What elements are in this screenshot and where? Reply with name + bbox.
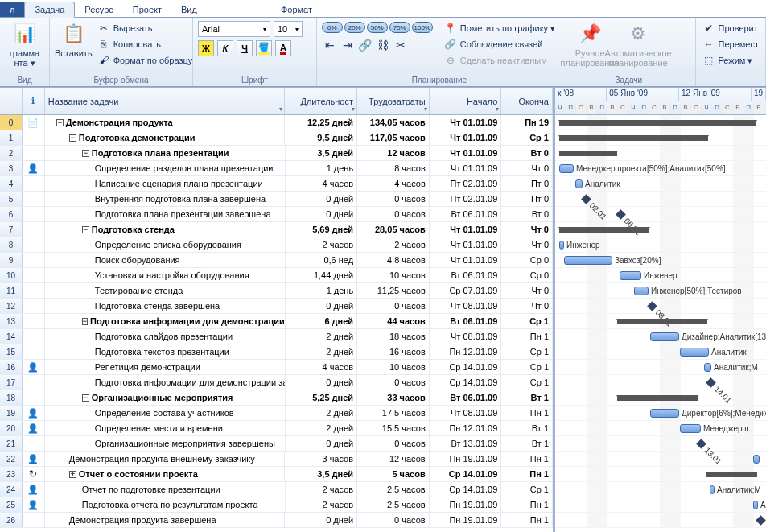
work-header[interactable]: Трудозатраты▾ <box>357 88 430 114</box>
milestone[interactable]: 13.01 <box>696 439 706 449</box>
start-header[interactable]: Начало▾ <box>430 88 502 114</box>
milestone[interactable]: 06.01 <box>616 209 626 220</box>
task-bar[interactable]: Дизайнер;Аналитик[13% <box>650 332 679 341</box>
bgcolor-button[interactable]: 🪣 <box>256 40 272 56</box>
unlink-button[interactable]: ⛓ <box>375 38 391 52</box>
task-row[interactable]: 1−Подготовка демонстрации9,5 дней117,05 … <box>0 130 553 146</box>
summary-bar[interactable] <box>617 319 707 324</box>
task-bar[interactable] <box>753 455 760 464</box>
task-bar[interactable]: Инженер <box>620 271 641 280</box>
split-button[interactable]: ✂ <box>393 38 409 52</box>
task-row[interactable]: 0📄−Демонстрация продукта12,25 дней134,05… <box>0 115 553 130</box>
summary-bar[interactable] <box>617 395 698 401</box>
italic-button[interactable]: К <box>217 40 233 56</box>
task-bar[interactable]: Директор[6%];Менеджер <box>650 409 679 418</box>
task-row[interactable]: 4Написание сценария плана презентации4 ч… <box>0 176 553 192</box>
summary-bar[interactable] <box>559 151 617 156</box>
milestone[interactable]: 14.01 <box>706 377 716 388</box>
pct-25-button[interactable]: 25% <box>344 22 365 33</box>
underline-button[interactable]: Ч <box>237 40 253 56</box>
summary-bar[interactable] <box>559 135 708 141</box>
bar-label: Инженер <box>644 271 677 280</box>
task-row[interactable]: 21Организационные мероприятия завершены0… <box>0 436 553 452</box>
format-painter-button[interactable]: 🖌Формат по образцу <box>96 53 195 68</box>
gantt-view-button[interactable]: 📊грамма нта ▾ <box>5 19 44 68</box>
outdent-button[interactable]: ⇤ <box>322 38 338 52</box>
task-row[interactable]: 26Демонстрация продукта завершена0 дней0… <box>0 513 553 528</box>
task-bar[interactable]: Завхоз[20%] <box>564 256 612 265</box>
task-bar[interactable]: Инженер[50%];Тестиров <box>634 287 649 295</box>
summary-bar[interactable] <box>559 120 756 126</box>
task-row[interactable]: 2−Подготовка плана презентации3,5 дней12… <box>0 146 553 161</box>
summary-bar[interactable] <box>706 472 757 477</box>
corner-cell[interactable] <box>0 88 23 114</box>
task-row[interactable]: 8Определение списка оборудования2 часов2… <box>0 237 553 253</box>
task-row[interactable]: 3👤Определение разделов плана презентации… <box>0 161 553 176</box>
task-row[interactable]: 11Тестирование стенда1 день11,25 часовСр… <box>0 283 553 299</box>
milestone[interactable]: 02.01 <box>581 194 591 204</box>
inactivate-button[interactable]: ⊖Сделать неактивным <box>443 53 557 68</box>
font-size-combo[interactable]: 10▾ <box>274 21 303 37</box>
bar-label: Инженер <box>566 241 600 250</box>
tab-format[interactable]: Формат <box>271 2 322 17</box>
task-row[interactable]: 13−Подготовка информации для демонстраци… <box>0 314 553 329</box>
tab-task[interactable]: Задача <box>24 2 75 18</box>
inspect-button[interactable]: ✔Проверит <box>701 21 760 35</box>
milestone[interactable]: 08.01 <box>647 301 657 311</box>
finish-header[interactable]: Оконча <box>501 88 553 114</box>
task-row[interactable]: 12Подготовка стенда завершена0 дней0 час… <box>0 299 553 314</box>
task-row[interactable]: 18−Организационные мероприятия5,25 дней3… <box>0 390 553 406</box>
task-row[interactable]: 22👤Демонстрация продукта внешнему заказч… <box>0 452 553 467</box>
indent-button[interactable]: ⇥ <box>340 38 356 52</box>
bold-button[interactable]: Ж <box>198 40 214 56</box>
gantt-body[interactable]: Менеджер проекта[50%];Аналитик[50%]Анали… <box>555 115 766 528</box>
fontcolor-button[interactable]: A <box>275 40 291 56</box>
duration-header[interactable]: Длительност▾ <box>285 88 357 114</box>
task-row[interactable]: 24👤Отчет по подготовке презентации2 часо… <box>0 482 553 497</box>
task-bar[interactable]: Аналитик;М <box>704 363 711 372</box>
move-button[interactable]: ↔Перемест <box>701 37 760 52</box>
mode-button[interactable]: ⬚Режим ▾ <box>701 53 760 68</box>
task-bar[interactable]: Менеджер п <box>680 424 701 433</box>
task-bar[interactable]: Аналитик <box>575 179 583 188</box>
pct-50-button[interactable]: 50% <box>367 22 388 33</box>
paste-button[interactable]: 📋Вставить <box>55 19 93 58</box>
task-bar[interactable]: Аналитик <box>680 348 709 357</box>
task-row[interactable]: 23↻+Отчет о состоянии проекта3,5 дней5 ч… <box>0 467 553 482</box>
name-header[interactable]: Название задачи▾ <box>45 88 286 114</box>
task-bar[interactable]: Инженер <box>559 241 564 250</box>
pct-0-button[interactable]: 0% <box>322 22 343 33</box>
link-button[interactable]: 🔗 <box>357 38 373 52</box>
pct-75-button[interactable]: 75% <box>389 22 410 33</box>
cut-button[interactable]: ✂Вырезать <box>96 21 195 35</box>
task-row[interactable]: 10Установка и настройка оборудования1,44… <box>0 268 553 283</box>
milestone[interactable] <box>756 515 766 526</box>
indicator-header[interactable]: ℹ <box>23 88 45 114</box>
tab-file[interactable]: л <box>0 2 24 17</box>
task-row[interactable]: 14Подготовка слайдов презентации2 дней18… <box>0 329 553 344</box>
pct-100-button[interactable]: 100% <box>412 22 433 33</box>
task-row[interactable]: 5Внутренняя подготовка плана завершена0 … <box>0 192 553 207</box>
task-row[interactable]: 17Подготовка информации для демонстрации… <box>0 375 553 390</box>
respect-links-button[interactable]: 🔗Соблюдение связей <box>443 37 557 52</box>
tab-view[interactable]: Вид <box>171 2 207 17</box>
font-name-combo[interactable]: Arial▾ <box>198 21 270 37</box>
task-bar[interactable]: Менеджер проекта[50%];Аналитик[50%] <box>559 164 574 173</box>
task-row[interactable]: 15Подготовка текстов презентации2 дней16… <box>0 344 553 360</box>
task-bar[interactable]: Аналитик;М <box>710 485 715 494</box>
copy-button[interactable]: ⎘Копировать <box>96 37 195 52</box>
summary-bar[interactable] <box>559 227 649 233</box>
mark-on-track-button[interactable]: 📍Пометить по графику ▾ <box>443 21 557 35</box>
auto-schedule-button[interactable]: ⚙Автоматическое планирование <box>616 19 661 68</box>
task-row[interactable]: 16👤Репетиция демонстрации4 часов10 часов… <box>0 360 553 375</box>
bucket-icon: 🪣 <box>258 42 270 55</box>
tab-resource[interactable]: Ресурс <box>75 2 122 17</box>
task-row[interactable]: 9Поиск оборудования0,6 нед4,8 часовЧт 01… <box>0 253 553 268</box>
task-row[interactable]: 7−Подготовка стенда5,69 дней28,05 часовЧ… <box>0 222 553 237</box>
task-row[interactable]: 20👤Определение места и времени2 дней15,5… <box>0 421 553 436</box>
task-row[interactable]: 19👤Определение состава участников2 дней1… <box>0 406 553 421</box>
tab-project[interactable]: Проект <box>123 2 171 17</box>
task-row[interactable]: 6Подготовка плана презентации завершена0… <box>0 207 553 222</box>
task-bar[interactable]: Аналитик;М <box>753 501 758 509</box>
task-row[interactable]: 25👤Подготовка отчета по результатам прое… <box>0 497 553 513</box>
